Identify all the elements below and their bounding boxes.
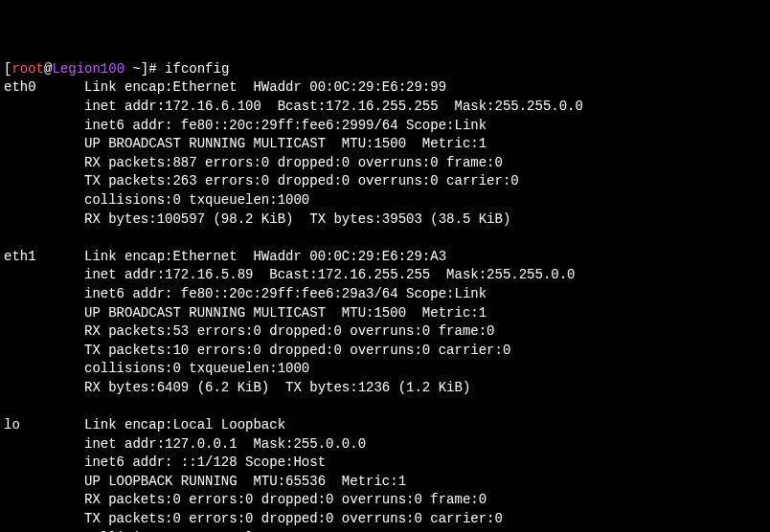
ifconfig-output: eth0 Link encap:Ethernet HWaddr 00:0C:29…	[4, 78, 766, 532]
prompt-host: Legion100	[52, 61, 125, 77]
prompt-user: root	[11, 61, 44, 77]
prompt-path: ~	[125, 61, 141, 77]
prompt-close-bracket: ]	[141, 61, 148, 77]
shell-prompt[interactable]: [root@Legion100 ~]# ifconfig	[4, 61, 229, 77]
terminal-output: [root@Legion100 ~]# ifconfig eth0 Link e…	[4, 60, 766, 532]
command-text: ifconfig	[165, 61, 229, 77]
prompt-hash: #	[148, 61, 165, 77]
